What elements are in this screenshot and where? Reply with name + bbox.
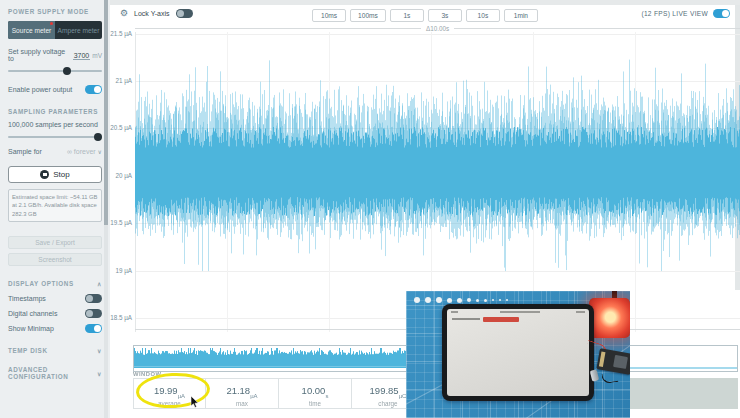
screenshot-button[interactable]: Screenshot [8, 253, 102, 266]
range-button-1min[interactable]: 1min [504, 9, 538, 22]
y-tick-19: 19 µA [110, 267, 132, 274]
tablet-screen [447, 309, 589, 396]
tab-ampere-meter-label: Ampere meter [58, 27, 100, 34]
timestamps-toggle[interactable] [85, 294, 102, 303]
metal-component [590, 369, 599, 381]
show-minimap-toggle[interactable] [85, 324, 102, 333]
range-button-1s[interactable]: 1s [390, 9, 424, 22]
sampling-parameters-label: SAMPLING PARAMETERS [8, 108, 98, 115]
chevron-down-icon: ∨ [97, 347, 102, 354]
window-delta-top: Δ10.00s [135, 25, 740, 32]
sample-rate-slider-knob[interactable] [94, 133, 102, 141]
y-tick-21: 21 µA [110, 77, 132, 84]
sample-rate-label: 100,000 samples per second [8, 121, 98, 128]
stop-button[interactable]: Stop [8, 166, 102, 183]
tablet-device [442, 304, 594, 401]
y-tick-21-5: 21.5 µA [110, 30, 132, 37]
screenshot-label: Screenshot [38, 256, 71, 263]
sample-for-unit-select[interactable]: forever [74, 148, 96, 155]
display-options-header[interactable]: DISPLAY OPTIONS ∧ [8, 280, 102, 287]
current-waveform-chart[interactable] [135, 32, 740, 333]
stop-button-label: Stop [53, 170, 69, 179]
save-export-button[interactable]: Save / Export [8, 236, 102, 249]
stat-max: 21.18µA max [206, 378, 279, 409]
y-tick-20-5: 20.5 µA [110, 124, 132, 131]
temp-disk-label: TEMP DISK [8, 347, 48, 354]
range-button-100ms[interactable]: 100ms [350, 9, 386, 22]
chevron-down-icon: ∨ [98, 149, 102, 155]
advanced-configuration-header[interactable]: ADVANCED CONFIGURATION ∨ [8, 366, 102, 380]
y-tick-18-5: 18.5 µA [110, 314, 132, 321]
sample-for-label: Sample for [8, 148, 42, 155]
tab-ampere-meter[interactable]: Ampere meter [55, 21, 102, 39]
alert-dot [50, 22, 53, 25]
screen-text-mark [452, 318, 480, 320]
voltage-label: Set supply voltage to [8, 48, 73, 62]
show-minimap-label: Show Minimap [8, 325, 54, 332]
voltage-unit: mV [92, 52, 102, 59]
y-tick-20: 20 µA [110, 172, 132, 179]
stop-icon [40, 170, 49, 179]
range-button-3s[interactable]: 3s [428, 9, 462, 22]
tab-source-meter-label: Source meter [12, 27, 52, 34]
dev-board [596, 348, 630, 375]
digital-channels-label: Digital channels [8, 310, 57, 317]
voltage-input[interactable]: 3700 [73, 52, 91, 60]
power-profiler-app: POWER SUPPLY MODE Source meter Ampere me… [0, 0, 740, 418]
disk-space-note: Estimated space limit: ~54.11 GB at 2.1 … [8, 189, 102, 222]
chevron-up-icon: ∧ [97, 280, 102, 287]
power-supply-mode-header: POWER SUPPLY MODE [8, 8, 102, 15]
stat-time: 10.00s time [279, 378, 352, 409]
digital-channels-toggle[interactable] [85, 309, 102, 318]
live-view-toggle[interactable] [713, 9, 730, 18]
digital-channels-row: Digital channels [8, 309, 102, 318]
enable-power-toggle[interactable] [85, 85, 102, 94]
save-export-label: Save / Export [35, 239, 75, 246]
sample-for-row: Sample for ∞ forever ∨ [8, 148, 102, 155]
voltage-slider[interactable] [8, 70, 102, 72]
window-stats: 19.99µA average 21.18µA max 10.00s time … [133, 378, 425, 409]
tab-source-meter[interactable]: Source meter [8, 21, 55, 39]
sample-rate-slider[interactable] [8, 136, 102, 138]
voltage-slider-knob[interactable] [63, 67, 71, 75]
range-button-10s[interactable]: 10s [466, 9, 500, 22]
timestamps-label: Timestamps [8, 295, 46, 302]
voltage-row: Set supply voltage to 3700mV [8, 48, 102, 62]
black-wire [601, 372, 618, 384]
power-supply-mode-label: POWER SUPPLY MODE [8, 8, 89, 15]
range-button-10ms[interactable]: 10ms [312, 9, 346, 22]
advanced-configuration-label: ADVANCED CONFIGURATION [8, 366, 97, 380]
y-tick-19-5: 19.5 µA [110, 219, 132, 226]
chevron-down-icon: ∨ [97, 370, 102, 377]
sidebar: POWER SUPPLY MODE Source meter Ampere me… [0, 0, 110, 418]
sample-rate-row: 100,000 samples per second [8, 121, 102, 128]
glowing-red-pcb [589, 298, 630, 338]
sample-for-value[interactable]: ∞ [67, 148, 72, 155]
enable-power-row: Enable power output [8, 85, 102, 94]
meter-mode-tabs: Source meter Ampere meter [8, 21, 102, 39]
stat-average: 19.99µA average [133, 378, 206, 409]
webcam-inset-photo [406, 291, 630, 418]
sampling-parameters-header: SAMPLING PARAMETERS [8, 108, 102, 115]
sidebar-scrollbar-thumb[interactable] [104, 0, 108, 225]
mat-dots [414, 297, 508, 303]
timestamps-row: Timestamps [8, 294, 102, 303]
screen-red-badge [483, 317, 519, 322]
show-minimap-row: Show Minimap [8, 324, 102, 333]
enable-power-label: Enable power output [8, 86, 72, 93]
window-stats-label: WINDOW [133, 371, 161, 377]
live-view-label: (12 FPS) LIVE VIEW [641, 10, 708, 17]
temp-disk-header[interactable]: TEMP DISK ∨ [8, 347, 102, 354]
display-options-label: DISPLAY OPTIONS [8, 280, 74, 287]
